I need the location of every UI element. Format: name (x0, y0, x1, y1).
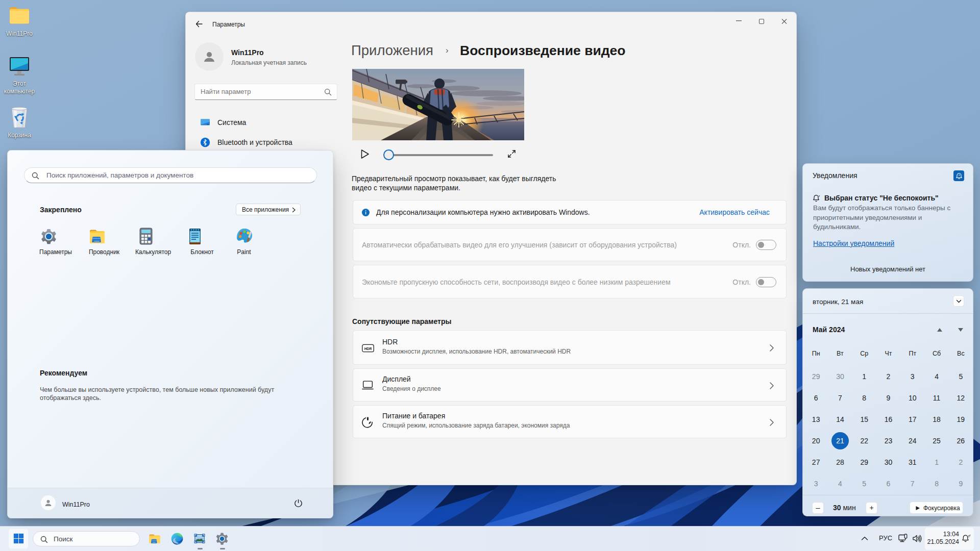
svg-text:HDR: HDR (364, 347, 372, 350)
svg-text:z: z (969, 534, 971, 537)
svg-text:z: z (819, 194, 820, 197)
svg-text:z: z (958, 173, 960, 177)
